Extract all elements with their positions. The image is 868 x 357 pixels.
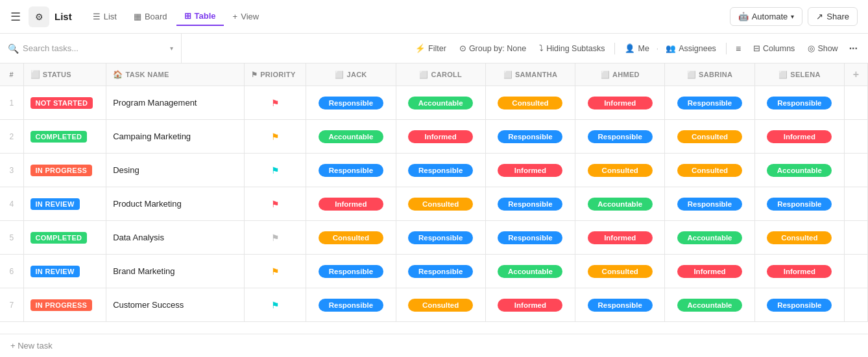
row-sabrina[interactable]: Consulted <box>665 120 754 154</box>
row-jack[interactable]: Consulted <box>306 221 396 255</box>
status-badge: IN REVIEW <box>30 266 80 277</box>
row-jack[interactable]: Responsible <box>306 288 396 322</box>
row-status[interactable]: IN PROGRESS <box>23 288 106 322</box>
row-caroll[interactable]: Responsible <box>396 255 485 288</box>
row-samantha[interactable]: Responsible <box>485 221 575 255</box>
row-task[interactable]: Program Management <box>106 86 245 120</box>
col-header-add[interactable]: + <box>845 63 868 86</box>
row-priority[interactable]: ⚑ <box>244 221 306 255</box>
col-header-task[interactable]: 🏠 TASK NAME <box>106 63 245 86</box>
col-header-status[interactable]: ⬜ STATUS <box>23 63 106 86</box>
row-task[interactable]: Product Marketing <box>106 187 245 221</box>
role-badge: Informed <box>319 198 383 211</box>
row-ahmed[interactable]: Responsible <box>575 288 665 322</box>
row-jack[interactable]: Responsible <box>306 255 396 288</box>
share-button[interactable]: ↗ Share <box>808 7 858 26</box>
group-by-button[interactable]: ⊙ Group by: None <box>453 40 532 56</box>
search-box[interactable]: 🔍 Search tasks... ▾ <box>0 34 182 63</box>
row-samantha[interactable]: Responsible <box>485 120 575 154</box>
row-caroll[interactable]: Consulted <box>396 187 485 221</box>
row-task[interactable]: Customer Success <box>106 288 245 322</box>
row-jack[interactable]: Accountable <box>306 120 396 154</box>
filter-button[interactable]: ⚡ Filter <box>409 40 452 56</box>
row-caroll[interactable]: Consulted <box>396 288 485 322</box>
col-header-ahmed[interactable]: ⬜ AHMED <box>575 63 665 86</box>
col-header-priority[interactable]: ⚑ PRIORITY <box>244 63 306 86</box>
row-status[interactable]: COMPLETED <box>23 120 106 154</box>
row-ahmed[interactable]: Informed <box>575 221 665 255</box>
col-header-selena[interactable]: ⬜ SELENA <box>754 63 844 86</box>
ahmed-col-icon: ⬜ <box>601 71 610 79</box>
row-priority[interactable]: ⚑ <box>244 255 306 288</box>
row-priority[interactable]: ⚑ <box>244 86 306 120</box>
row-sabrina[interactable]: Responsible <box>665 86 754 120</box>
role-badge: Responsible <box>498 198 562 211</box>
row-caroll[interactable]: Responsible <box>396 221 485 255</box>
automate-button[interactable]: 🤖 Automate ▾ <box>730 7 803 26</box>
row-ahmed[interactable]: Consulted <box>575 154 665 187</box>
row-task[interactable]: Desing <box>106 154 245 187</box>
row-samantha[interactable]: Informed <box>485 154 575 187</box>
row-caroll[interactable]: Informed <box>396 120 485 154</box>
row-ahmed[interactable]: Accountable <box>575 187 665 221</box>
more-button[interactable]: ··· <box>845 40 862 58</box>
row-task[interactable]: Data Analysis <box>106 221 245 255</box>
row-sabrina[interactable]: Accountable <box>665 221 754 255</box>
row-sabrina[interactable]: Consulted <box>665 154 754 187</box>
row-sabrina[interactable]: Informed <box>665 255 754 288</box>
tab-board[interactable]: ▦ Board <box>126 8 175 25</box>
row-caroll[interactable]: Accountable <box>396 86 485 120</box>
row-status[interactable]: NOT STARTED <box>23 86 106 120</box>
row-status[interactable]: COMPLETED <box>23 221 106 255</box>
row-sabrina[interactable]: Accountable <box>665 288 754 322</box>
hamburger-icon[interactable]: ☰ <box>10 10 21 24</box>
row-ahmed[interactable]: Responsible <box>575 120 665 154</box>
row-num: 7 <box>0 288 23 322</box>
row-status[interactable]: IN REVIEW <box>23 255 106 288</box>
tab-view[interactable]: + View <box>225 8 267 25</box>
row-priority[interactable]: ⚑ <box>244 120 306 154</box>
col-header-caroll[interactable]: ⬜ CAROLL <box>396 63 485 86</box>
row-ahmed[interactable]: Informed <box>575 86 665 120</box>
row-jack[interactable]: Informed <box>306 187 396 221</box>
assignees-button[interactable]: 👥 Assignees <box>660 40 722 56</box>
col-header-sabrina[interactable]: ⬜ SABRINA <box>665 63 754 86</box>
row-priority[interactable]: ⚑ <box>244 154 306 187</box>
col-header-jack[interactable]: ⬜ JACK <box>306 63 396 86</box>
add-task-bar[interactable]: + New task <box>0 334 868 357</box>
role-badge: Informed <box>767 130 832 143</box>
row-caroll[interactable]: Responsible <box>396 154 485 187</box>
sort-button[interactable]: ≡ <box>730 40 746 57</box>
role-badge: Accountable <box>319 130 383 143</box>
row-status[interactable]: IN REVIEW <box>23 187 106 221</box>
row-selena[interactable]: Responsible <box>754 187 844 221</box>
row-selena[interactable]: Informed <box>754 120 844 154</box>
role-badge: Responsible <box>767 299 832 312</box>
col-header-samantha[interactable]: ⬜ SAMANTHA <box>485 63 575 86</box>
row-selena[interactable]: Responsible <box>754 86 844 120</box>
row-task[interactable]: Brand Marketing <box>106 255 245 288</box>
row-samantha[interactable]: Informed <box>485 288 575 322</box>
row-sabrina[interactable]: Responsible <box>665 187 754 221</box>
row-selena[interactable]: Informed <box>754 255 844 288</box>
row-jack[interactable]: Responsible <box>306 86 396 120</box>
me-button[interactable]: 👤 Me <box>619 40 655 56</box>
priority-flag-cyan: ⚑ <box>271 300 280 310</box>
row-priority[interactable]: ⚑ <box>244 187 306 221</box>
columns-button[interactable]: ⊟ Columns <box>747 40 801 56</box>
row-samantha[interactable]: Responsible <box>485 187 575 221</box>
row-samantha[interactable]: Consulted <box>485 86 575 120</box>
row-jack[interactable]: Responsible <box>306 154 396 187</box>
tab-list[interactable]: ☰ List <box>85 8 125 25</box>
row-selena[interactable]: Consulted <box>754 221 844 255</box>
row-priority[interactable]: ⚑ <box>244 288 306 322</box>
row-status[interactable]: IN PROGRESS <box>23 154 106 187</box>
show-button[interactable]: ◎ Show <box>802 40 843 56</box>
row-samantha[interactable]: Accountable <box>485 255 575 288</box>
row-selena[interactable]: Accountable <box>754 154 844 187</box>
row-ahmed[interactable]: Consulted <box>575 255 665 288</box>
tab-table[interactable]: ⊞ Table <box>176 7 224 26</box>
row-task[interactable]: Campaing Marketing <box>106 120 245 154</box>
row-selena[interactable]: Responsible <box>754 288 844 322</box>
hiding-subtasks-button[interactable]: ⤵ Hiding Subtasks <box>533 41 610 56</box>
